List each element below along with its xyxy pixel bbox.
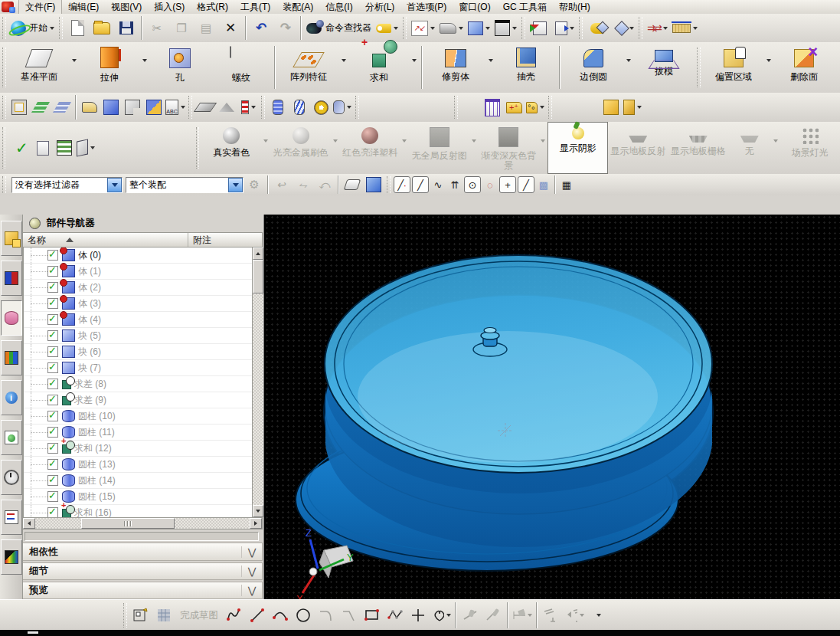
tree-vertical-scrollbar[interactable] (252, 248, 263, 517)
chevron-down-icon[interactable]: ⋁ (241, 585, 262, 596)
row-checkbox[interactable] (47, 266, 58, 277)
tree-row[interactable]: 求差 (8) (24, 376, 252, 392)
toolbar-handle[interactable] (403, 17, 407, 40)
toolbar-handle[interactable] (355, 96, 359, 119)
ruler-button[interactable] (670, 17, 700, 40)
scroll-up-button[interactable] (253, 248, 263, 260)
pattern-feature-button[interactable]: 阵列特征 (278, 42, 339, 93)
tree-row[interactable]: 体 (0) (24, 248, 252, 264)
menu-view[interactable]: 视图(V) (105, 0, 148, 15)
menu-tools[interactable]: 工具(T) (234, 0, 276, 15)
toolbar-handle[interactable] (261, 96, 265, 119)
tree-horizontal-scrollbar[interactable] (23, 517, 263, 529)
toolbar-handle[interactable] (387, 176, 391, 193)
selection-scope-combo[interactable]: 整个装配 (126, 177, 244, 193)
toolbar-handle[interactable] (521, 17, 525, 40)
draft-button[interactable]: 拔模 (633, 42, 695, 93)
snap-quadrant-toggle[interactable]: ◌ (482, 177, 498, 192)
pattern-dropdown[interactable] (339, 42, 348, 93)
chamfer-b-button[interactable] (217, 97, 237, 117)
row-checkbox[interactable] (47, 250, 58, 261)
tree-row[interactable]: 圆柱 (10) (24, 408, 252, 425)
tree-row[interactable]: 体 (3) (24, 296, 252, 312)
point-button[interactable] (407, 605, 429, 626)
row-checkbox[interactable] (47, 507, 58, 517)
line-button[interactable] (247, 605, 268, 626)
check-part-button[interactable]: ✓ (11, 138, 31, 158)
scroll-right-button[interactable] (250, 518, 262, 528)
datum-plane-button[interactable]: 基准平面 (8, 42, 70, 93)
column-name[interactable]: 名称 (23, 233, 188, 247)
tree-row[interactable]: 求和 (16) (24, 505, 252, 517)
part-navigator-tab[interactable] (1, 300, 22, 336)
tube-button[interactable] (268, 97, 288, 117)
no-spring-button[interactable] (332, 97, 352, 117)
layer-settings-button[interactable] (31, 97, 51, 117)
row-checkbox[interactable] (47, 443, 58, 454)
true-shading-button[interactable]: 真实着色 (201, 122, 262, 174)
tree-row[interactable]: 圆柱 (11) (24, 425, 252, 441)
render-style-button[interactable] (437, 17, 466, 40)
toolbar-handle[interactable] (188, 96, 192, 119)
color-palette-tab[interactable] (1, 539, 22, 575)
toolbar-handle[interactable] (123, 603, 127, 628)
unite-dropdown[interactable] (410, 42, 419, 93)
preview-panel[interactable]: 预览 ⋁ (23, 582, 263, 599)
constraint-navigator-tab[interactable] (1, 261, 22, 296)
orient-view-button[interactable] (466, 17, 492, 40)
menu-edit[interactable]: 编辑(E) (62, 0, 105, 15)
tree-row[interactable]: 块 (7) (24, 360, 252, 376)
history-tab[interactable] (1, 460, 22, 495)
grid-snap-toggle[interactable]: ▦ (559, 177, 574, 192)
menu-information[interactable]: 信息(I) (319, 0, 358, 15)
part-list-button[interactable] (33, 138, 53, 158)
snap-midpoint-toggle[interactable]: ╱ (412, 176, 429, 193)
scrollbar-track[interactable] (253, 260, 263, 505)
panel-splitter[interactable] (25, 532, 259, 542)
row-checkbox[interactable] (47, 395, 58, 405)
row-checkbox[interactable] (47, 282, 58, 293)
web-browser-tab[interactable] (1, 420, 22, 455)
toolbar-handle[interactable] (697, 48, 701, 88)
offset-region-button[interactable]: 偏置区域 (703, 42, 764, 93)
menu-help[interactable]: 帮助(H) (553, 0, 596, 15)
background-button[interactable] (492, 17, 519, 40)
menu-assemblies[interactable]: 装配(A) (276, 0, 319, 15)
rectangle-button[interactable] (361, 605, 383, 626)
assembly-cubes-b-button[interactable] (623, 97, 642, 117)
row-checkbox[interactable] (47, 362, 58, 373)
selection-filter-combo[interactable]: 没有选择过滤器 (11, 177, 123, 193)
graphics-viewport[interactable]: Z Y X (264, 215, 840, 599)
snap-cube-button[interactable] (364, 175, 384, 195)
role-key-button[interactable] (585, 17, 610, 40)
tree-row[interactable]: 求差 (9) (24, 392, 252, 408)
row-checkbox[interactable] (47, 346, 58, 357)
toolbar-handle[interactable] (639, 17, 642, 40)
row-checkbox[interactable] (47, 298, 58, 309)
edge-blend-dropdown[interactable] (624, 42, 633, 93)
snap-existing-point-toggle[interactable]: + (499, 176, 516, 193)
combo-arrow-button[interactable] (107, 178, 122, 192)
save-button[interactable] (114, 17, 139, 40)
assembly-cubes-a-button[interactable] (601, 97, 621, 117)
chevron-down-icon[interactable]: ⋁ (241, 546, 262, 558)
toolbar-handle[interactable] (2, 48, 6, 88)
scrollbar-thumb[interactable] (253, 260, 263, 293)
triangle-button[interactable] (461, 97, 481, 117)
row-checkbox[interactable] (47, 411, 58, 421)
tree-row[interactable]: 求和 (12) (24, 441, 252, 457)
toolbar-handle[interactable] (2, 17, 6, 40)
scroll-down-button[interactable] (253, 505, 263, 517)
circle-button[interactable] (293, 605, 314, 626)
studio-spline-button[interactable] (430, 605, 452, 626)
row-checkbox[interactable] (47, 330, 58, 341)
tree-row[interactable]: 体 (1) (24, 264, 252, 280)
snap-center-toggle[interactable]: ⊙ (464, 176, 481, 193)
spreadsheet-button[interactable] (482, 97, 502, 117)
scroll-left-button[interactable] (23, 518, 35, 528)
system-materials-tab[interactable] (1, 500, 22, 535)
column-note[interactable]: 附注 (188, 233, 262, 247)
extrude-dropdown[interactable] (140, 42, 149, 93)
datum-plane-dropdown[interactable] (70, 42, 79, 93)
delete-button[interactable]: ✕ (218, 17, 243, 40)
